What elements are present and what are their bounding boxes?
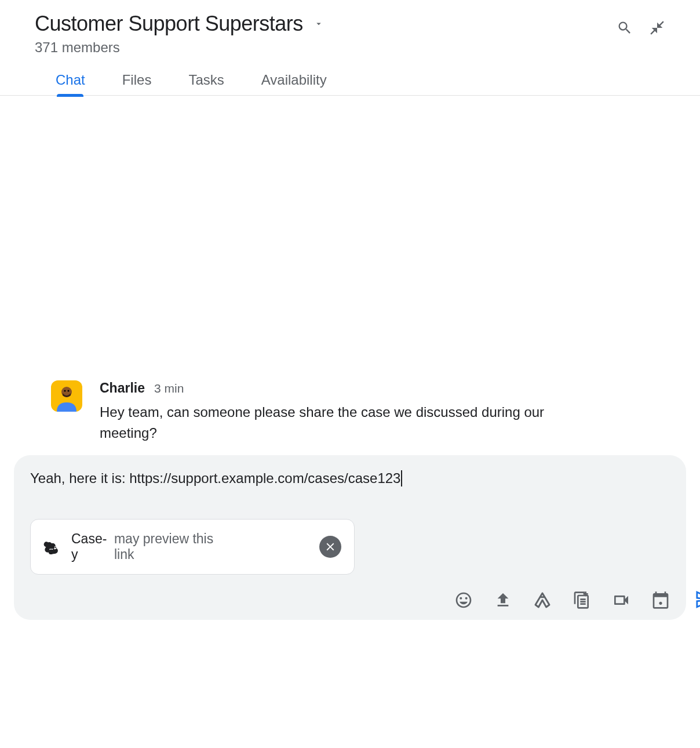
webhook-icon	[43, 539, 59, 554]
chat-header: Customer Support Superstars 371 members …	[0, 0, 700, 95]
message-time: 3 min	[154, 382, 184, 395]
tab-availability[interactable]: Availability	[261, 72, 327, 95]
emoji-icon[interactable]	[454, 591, 473, 609]
send-button[interactable]	[695, 590, 700, 609]
message-composer[interactable]: Yeah, here it is: https://support.exampl…	[14, 455, 686, 620]
svg-point-3	[68, 390, 70, 392]
drive-icon[interactable]	[533, 591, 552, 609]
tabs: Chat Files Tasks Availability	[35, 72, 665, 95]
search-icon[interactable]	[617, 20, 633, 36]
link-preview-card: Case-y may preview this link	[30, 519, 355, 575]
tab-tasks[interactable]: Tasks	[188, 72, 224, 95]
member-count[interactable]: 371 members	[35, 39, 324, 56]
close-preview-button[interactable]	[319, 536, 341, 558]
upload-icon[interactable]	[494, 591, 512, 609]
tab-chat[interactable]: Chat	[56, 72, 85, 95]
text-cursor	[401, 470, 402, 486]
collapse-icon[interactable]	[649, 20, 665, 36]
svg-point-2	[64, 390, 66, 392]
document-icon[interactable]	[573, 591, 591, 609]
video-icon[interactable]	[612, 591, 630, 609]
message-text: Hey team, can someone please share the c…	[100, 402, 575, 444]
space-title-row[interactable]: Customer Support Superstars	[35, 12, 324, 36]
dropdown-icon[interactable]	[313, 19, 324, 29]
calendar-icon[interactable]	[651, 591, 670, 609]
composer-input[interactable]: Yeah, here it is: https://support.exampl…	[30, 470, 670, 486]
sender-name: Charlie	[100, 380, 145, 396]
chat-message: Charlie 3 min Hey team, can someone plea…	[51, 380, 575, 444]
tab-files[interactable]: Files	[122, 72, 152, 95]
space-title: Customer Support Superstars	[35, 12, 303, 36]
preview-description: may preview this link	[114, 531, 225, 562]
preview-app-name: Case-y	[71, 531, 110, 562]
avatar[interactable]	[51, 380, 82, 412]
chat-messages-area: Charlie 3 min Hey team, can someone plea…	[0, 96, 700, 455]
